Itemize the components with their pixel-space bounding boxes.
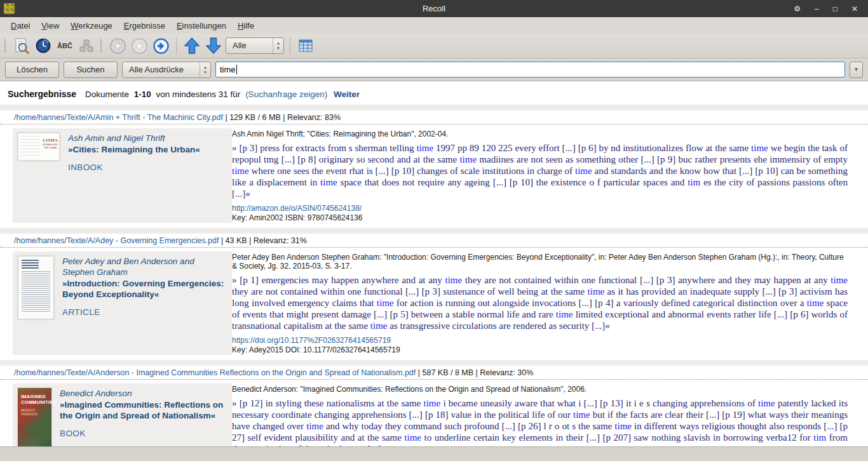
- thumbnail-title: CITIES: [41, 138, 59, 143]
- minimize-button[interactable]: –: [815, 4, 819, 13]
- menu-werkzeuge[interactable]: Werkzeuge: [65, 18, 118, 33]
- result-citation: Benedict Anderson: "Imagined Communities…: [232, 385, 848, 394]
- titlebar: Recoll ⚙ – □ ✕: [0, 0, 868, 17]
- advanced-search-button[interactable]: [11, 36, 32, 56]
- next-page-button[interactable]: [150, 36, 172, 56]
- go-back-button[interactable]: [107, 36, 128, 56]
- toolbar-grip-handle[interactable]: [4, 39, 8, 52]
- result-info-cell: IMAGINED COMMUNITIES BENEDICT ANDERSON B…: [13, 384, 232, 446]
- window-title: Recoll: [0, 4, 868, 13]
- result-author: Peter Adey and Ben Anderson and Stephen …: [62, 256, 226, 277]
- menu-view[interactable]: View: [36, 18, 65, 33]
- spin-up-icon: ▲: [203, 65, 207, 69]
- next-results-link[interactable]: Weiter: [334, 90, 360, 99]
- thumbnail-text-lines: [21, 136, 40, 157]
- result-info-cell: CITIES REIMAGINING THE URBAN Ash Amin an…: [13, 128, 232, 223]
- next-arrow-icon: [153, 37, 170, 55]
- result-separator: [0, 228, 868, 234]
- dropdown-arrow-icon: ▼: [854, 67, 859, 72]
- result-path-line: /home/hannes/Texte/A/Anderson - Imagined…: [0, 366, 868, 380]
- result-doctype: BOOK: [60, 429, 224, 438]
- menu-hilfe[interactable]: Hilfe: [232, 18, 260, 33]
- result-path-link[interactable]: /home/hannes/Texte/A/Anderson - Imagined…: [14, 368, 416, 377]
- document-history-button[interactable]: [32, 36, 54, 56]
- status-bar: [0, 446, 868, 461]
- search-mode-value: Alle Ausdrücke: [123, 62, 200, 77]
- search-result: /home/hannes/Texte/A/Amin + Thrift - The…: [0, 105, 868, 228]
- search-mode-combo[interactable]: Alle Ausdrücke ▲ ▼: [122, 62, 211, 78]
- result-table-toggle-button[interactable]: [295, 36, 316, 56]
- menu-einstellungen[interactable]: Einstellungen: [171, 18, 232, 33]
- scroll-up-button[interactable]: [181, 36, 203, 56]
- result-path-link[interactable]: /home/hannes/Texte/A/Amin + Thrift - The…: [14, 113, 223, 122]
- abc-icon: ÅBĈ: [57, 42, 72, 50]
- results-area: Suchergebnisse Dokumente 1-10 von mindes…: [0, 82, 868, 446]
- search-input[interactable]: time: [215, 62, 845, 77]
- clock-icon: [35, 37, 51, 54]
- result-key: Key: Adey2015 DOI: 10.1177/0263276414565…: [232, 345, 848, 355]
- thumbnail-text-lines: [22, 271, 50, 313]
- maximize-button[interactable]: □: [833, 4, 837, 13]
- result-snippet: » [p 12] in styling these nationalisms a…: [232, 398, 848, 446]
- result-url-link[interactable]: https://doi.org/10.1177%2F02632764145657…: [232, 336, 848, 345]
- spin-up-icon: ▲: [276, 41, 280, 45]
- result-path-line: /home/hannes/Texte/A/Amin + Thrift - The…: [0, 110, 868, 124]
- advanced-search-icon: [13, 37, 30, 54]
- search-history-dropdown[interactable]: ▼: [850, 62, 863, 78]
- previous-page-button[interactable]: [128, 36, 150, 56]
- clear-button[interactable]: Löschen: [5, 62, 59, 78]
- result-separator: [0, 105, 868, 110]
- result-snippet: » [p 3] press for extracts from s sherma…: [232, 142, 848, 199]
- combo-spinner[interactable]: ▲ ▼: [273, 38, 283, 53]
- toolbar-grip-handle[interactable]: [100, 39, 104, 52]
- toolbar-separator: [290, 37, 290, 54]
- toolbar-separator: [176, 37, 177, 54]
- search-result: /home/hannes/Texte/A/Adey - Governing Em…: [0, 228, 868, 360]
- spin-down-icon: ▼: [203, 70, 207, 74]
- result-meta: | 43 KB | Relevanz: 31%: [219, 236, 307, 245]
- results-docs-label: Dokumente: [85, 90, 129, 99]
- menu-ergebnisse[interactable]: Ergebnisse: [118, 18, 171, 33]
- result-doctype: ARTICLE: [62, 307, 226, 317]
- search-bar: Löschen Suchen Alle Ausdrücke ▲ ▼ time ▼: [0, 58, 868, 81]
- menu-datei[interactable]: Datei: [5, 18, 36, 33]
- document-thumbnail[interactable]: CITIES REIMAGINING THE URBAN: [18, 133, 60, 161]
- text-caret: [236, 65, 237, 74]
- combo-spinner[interactable]: ▲ ▼: [200, 62, 210, 77]
- result-citation: Peter Adey Ben Anderson Stephen Graham: …: [232, 253, 848, 271]
- close-button[interactable]: ✕: [851, 4, 858, 13]
- menubar: Datei View Werkzeuge Ergebnisse Einstell…: [0, 17, 868, 34]
- result-path-line: /home/hannes/Texte/A/Adey - Governing Em…: [0, 234, 868, 248]
- show-query-link[interactable]: (Suchanfrage zeigen): [245, 90, 327, 99]
- blocks-icon: [78, 37, 95, 54]
- down-arrow-icon: [205, 37, 222, 55]
- document-thumbnail[interactable]: IMAGINED COMMUNITIES BENEDICT ANDERSON: [18, 388, 51, 446]
- thumbnail-heading-lines: [22, 260, 39, 269]
- document-thumbnail[interactable]: [18, 256, 54, 319]
- term-explorer-button[interactable]: ÅBĈ: [54, 36, 76, 56]
- results-header-title: Suchergebnisse: [8, 89, 76, 99]
- sort-parameters-button[interactable]: [76, 36, 97, 56]
- result-citation: Ash Amin Nigel Thrift: "Cities: Reimagin…: [232, 130, 848, 138]
- search-button[interactable]: Suchen: [64, 62, 118, 78]
- scroll-down-button[interactable]: [203, 36, 224, 56]
- window-menu-gear-icon[interactable]: ⚙: [794, 4, 801, 13]
- up-arrow-icon: [183, 37, 201, 55]
- result-title: »Imagined Communities: Reflections on th…: [60, 399, 224, 421]
- thumbnail-title: COMMUNITIES: [21, 399, 49, 405]
- result-url-link[interactable]: http://amazon.de/o/ASIN/0745624138/: [232, 204, 848, 213]
- result-doctype: INBOOK: [68, 163, 226, 172]
- back-arrow-icon: [109, 37, 126, 55]
- category-filter-combo[interactable]: Alle ▲ ▼: [226, 37, 284, 54]
- result-separator: [0, 360, 868, 366]
- thumbnail-title: IMAGINED: [21, 394, 49, 399]
- thumbnail-subtitle: REIMAGINING THE URBAN: [42, 144, 58, 149]
- toolbar: ÅBĈ: [0, 34, 868, 58]
- previous-arrow-icon: [131, 37, 148, 55]
- result-meta: | 587 KB / 8 MB | Relevanz: 30%: [416, 368, 533, 377]
- result-meta: | 129 KB / 6 MB | Relevanz: 83%: [223, 113, 341, 122]
- spin-down-icon: ▼: [276, 46, 280, 50]
- result-path-link[interactable]: /home/hannes/Texte/A/Adey - Governing Em…: [14, 236, 219, 245]
- results-range: 1-10: [134, 90, 151, 99]
- search-query-text: time: [220, 65, 236, 74]
